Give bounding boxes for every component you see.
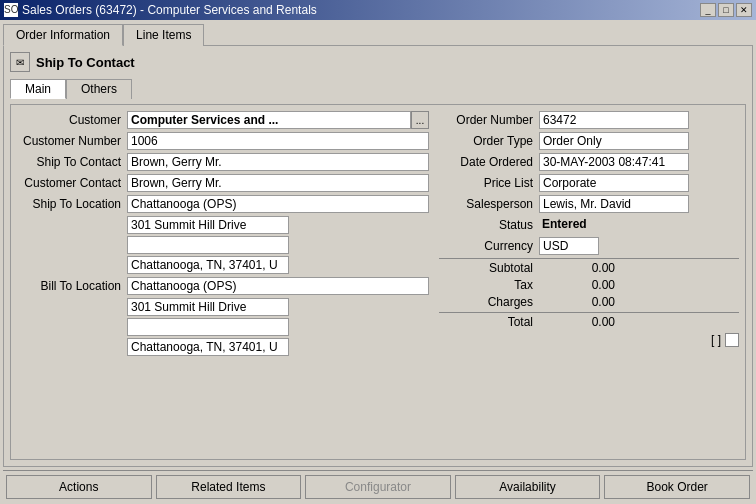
tax-row: Tax 0.00: [439, 278, 739, 292]
order-type-row: Order Type: [439, 132, 739, 150]
price-list-label: Price List: [439, 176, 539, 190]
date-ordered-input[interactable]: [539, 153, 689, 171]
ship-address-line1[interactable]: [127, 216, 289, 234]
content-area: ✉ Ship To Contact Main Others Customer: [3, 45, 753, 467]
checkbox-area: [ ]: [439, 333, 739, 347]
separator2: [439, 312, 739, 313]
ship-address-line2[interactable]: [127, 236, 289, 254]
form-right: Order Number Order Type Date Ordered: [439, 111, 739, 453]
ship-to-location-row: Ship To Location: [17, 195, 429, 213]
book-order-button[interactable]: Book Order: [604, 475, 750, 499]
total-value: 0.00: [539, 315, 619, 329]
salesperson-row: Salesperson: [439, 195, 739, 213]
tax-value: 0.00: [539, 278, 619, 292]
customer-label: Customer: [17, 113, 127, 127]
window-title: Sales Orders (63472) - Computer Services…: [22, 3, 317, 17]
app-icon: SO: [4, 3, 18, 17]
date-ordered-row: Date Ordered: [439, 153, 739, 171]
bill-address-line1[interactable]: [127, 298, 289, 316]
subtotal-label: Subtotal: [439, 261, 539, 275]
subtotal-value: 0.00: [539, 261, 619, 275]
customer-number-input[interactable]: [127, 132, 429, 150]
ship-to-contact-icon: ✉: [10, 52, 30, 72]
ship-to-location-input[interactable]: [127, 195, 429, 213]
customer-row: Customer ...: [17, 111, 429, 129]
ship-address-line3[interactable]: [127, 256, 289, 274]
bracket-label: [ ]: [711, 333, 721, 347]
customer-input-group: ...: [127, 111, 429, 129]
total-row: Total 0.00: [439, 315, 739, 329]
bill-address-block: [127, 298, 429, 356]
ship-to-contact-input[interactable]: [127, 153, 429, 171]
ship-to-contact-label: Ship To Contact: [17, 155, 127, 169]
checkbox[interactable]: [725, 333, 739, 347]
maximize-button[interactable]: □: [718, 3, 734, 17]
ship-address-block: [127, 216, 429, 274]
status-label: Status: [439, 218, 539, 232]
customer-contact-input[interactable]: [127, 174, 429, 192]
bill-to-location-input[interactable]: [127, 277, 429, 295]
currency-label: Currency: [439, 239, 539, 253]
section-title: Ship To Contact: [36, 55, 135, 70]
availability-button[interactable]: Availability: [455, 475, 601, 499]
bill-address-line2[interactable]: [127, 318, 289, 336]
customer-ellipsis-button[interactable]: ...: [411, 111, 429, 129]
tab-order-information[interactable]: Order Information: [3, 24, 123, 46]
order-number-label: Order Number: [439, 113, 539, 127]
customer-number-row: Customer Number: [17, 132, 429, 150]
charges-value: 0.00: [539, 295, 619, 309]
price-list-input[interactable]: [539, 174, 689, 192]
currency-input[interactable]: [539, 237, 599, 255]
currency-row: Currency: [439, 237, 739, 255]
form-left: Customer ... Customer Number Ship To Con…: [17, 111, 429, 453]
customer-contact-row: Customer Contact: [17, 174, 429, 192]
salesperson-input[interactable]: [539, 195, 689, 213]
tab-others[interactable]: Others: [66, 79, 132, 99]
form-layout: Customer ... Customer Number Ship To Con…: [17, 111, 739, 453]
customer-contact-label: Customer Contact: [17, 176, 127, 190]
configurator-button: Configurator: [305, 475, 451, 499]
minimize-button[interactable]: _: [700, 3, 716, 17]
order-number-row: Order Number: [439, 111, 739, 129]
ship-to-contact-row: Ship To Contact: [17, 153, 429, 171]
section-header: ✉ Ship To Contact: [10, 52, 746, 72]
title-bar: SO Sales Orders (63472) - Computer Servi…: [0, 0, 756, 20]
inner-tab-bar: Main Others: [10, 78, 746, 98]
tab-line-items[interactable]: Line Items: [123, 24, 204, 46]
customer-input[interactable]: [127, 111, 411, 129]
customer-number-label: Customer Number: [17, 134, 127, 148]
bill-address-line3[interactable]: [127, 338, 289, 356]
salesperson-label: Salesperson: [439, 197, 539, 211]
tax-label: Tax: [439, 278, 539, 292]
related-items-button[interactable]: Related Items: [156, 475, 302, 499]
actions-button[interactable]: Actions: [6, 475, 152, 499]
status-value: Entered: [539, 216, 590, 234]
bill-to-location-label: Bill To Location: [17, 279, 127, 293]
bottom-buttons: Actions Related Items Configurator Avail…: [3, 470, 753, 501]
charges-row: Charges 0.00: [439, 295, 739, 309]
order-number-input[interactable]: [539, 111, 689, 129]
price-list-row: Price List: [439, 174, 739, 192]
main-container: Order Information Line Items ✉ Ship To C…: [0, 20, 756, 504]
separator: [439, 258, 739, 259]
ship-to-location-label: Ship To Location: [17, 197, 127, 211]
close-button[interactable]: ✕: [736, 3, 752, 17]
total-label: Total: [439, 315, 539, 329]
order-type-input[interactable]: [539, 132, 689, 150]
order-type-label: Order Type: [439, 134, 539, 148]
tab-main[interactable]: Main: [10, 79, 66, 99]
outer-tab-bar: Order Information Line Items: [3, 23, 753, 45]
inner-content: Customer ... Customer Number Ship To Con…: [10, 104, 746, 460]
status-row: Status Entered: [439, 216, 739, 234]
subtotal-row: Subtotal 0.00: [439, 261, 739, 275]
bill-to-location-row: Bill To Location: [17, 277, 429, 295]
date-ordered-label: Date Ordered: [439, 155, 539, 169]
charges-label: Charges: [439, 295, 539, 309]
